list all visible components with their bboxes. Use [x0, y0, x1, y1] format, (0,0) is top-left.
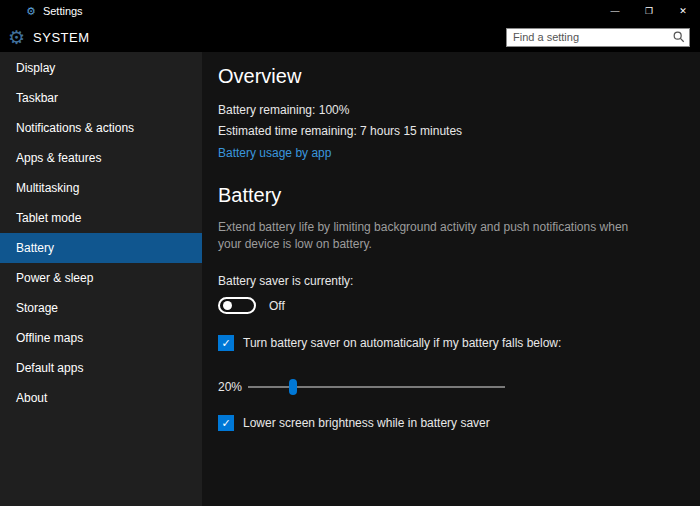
lower-brightness-label: Lower screen brightness while in battery…: [243, 416, 490, 430]
close-button[interactable]: ✕: [666, 0, 700, 22]
sidebar-item-offline-maps[interactable]: Offline maps: [0, 323, 202, 353]
settings-gear-icon: ⚙: [26, 6, 36, 17]
main-content: Overview Battery remaining: 100% Estimat…: [202, 52, 700, 506]
battery-usage-link[interactable]: Battery usage by app: [218, 146, 331, 160]
sidebar-item-tablet-mode[interactable]: Tablet mode: [0, 203, 202, 233]
sidebar: Display Taskbar Notifications & actions …: [0, 52, 202, 506]
sidebar-item-apps-features[interactable]: Apps & features: [0, 143, 202, 173]
page-title: SYSTEM: [33, 30, 89, 45]
maximize-button[interactable]: ❐: [632, 0, 666, 22]
settings-window: ⚙ Settings — ❐ ✕ ⚙ SYSTEM Display Taskba…: [0, 0, 700, 506]
estimated-time-text: Estimated time remaining: 7 hours 15 min…: [218, 124, 684, 138]
battery-heading: Battery: [218, 184, 684, 207]
sidebar-item-display[interactable]: Display: [0, 53, 202, 83]
search-box[interactable]: [506, 28, 690, 47]
battery-description: Extend battery life by limiting backgrou…: [218, 219, 650, 253]
lower-brightness-row: ✓ Lower screen brightness while in batte…: [218, 415, 684, 431]
threshold-slider-row: 20%: [218, 378, 684, 396]
auto-saver-row: ✓ Turn battery saver on automatically if…: [218, 335, 684, 351]
header: ⚙ SYSTEM: [0, 22, 700, 52]
sidebar-item-multitasking[interactable]: Multitasking: [0, 173, 202, 203]
sidebar-item-storage[interactable]: Storage: [0, 293, 202, 323]
sidebar-item-battery[interactable]: Battery: [0, 233, 202, 263]
slider-track[interactable]: [248, 386, 505, 388]
header-title-group: ⚙ SYSTEM: [8, 28, 90, 47]
app-body: Display Taskbar Notifications & actions …: [0, 52, 700, 506]
auto-saver-checkbox[interactable]: ✓: [218, 335, 234, 351]
battery-saver-label: Battery saver is currently:: [218, 274, 684, 288]
search-icon[interactable]: [672, 30, 686, 44]
system-gear-icon: ⚙: [8, 28, 25, 47]
battery-saver-state: Off: [269, 299, 285, 313]
threshold-value: 20%: [218, 380, 248, 394]
sidebar-item-default-apps[interactable]: Default apps: [0, 353, 202, 383]
titlebar-app-identity: ⚙ Settings: [0, 5, 83, 17]
lower-brightness-checkbox[interactable]: ✓: [218, 415, 234, 431]
battery-remaining-text: Battery remaining: 100%: [218, 103, 684, 117]
toggle-knob: [223, 301, 232, 310]
sidebar-item-taskbar[interactable]: Taskbar: [0, 83, 202, 113]
auto-saver-label: Turn battery saver on automatically if m…: [243, 336, 561, 350]
sidebar-item-about[interactable]: About: [0, 383, 202, 413]
window-title: Settings: [43, 5, 83, 17]
minimize-button[interactable]: —: [598, 0, 632, 22]
overview-heading: Overview: [218, 65, 684, 88]
slider-thumb[interactable]: [289, 379, 297, 395]
titlebar: ⚙ Settings — ❐ ✕: [0, 0, 700, 22]
battery-saver-toggle[interactable]: [218, 297, 256, 314]
search-input[interactable]: [507, 31, 672, 43]
battery-saver-toggle-row: Off: [218, 297, 684, 314]
battery-threshold-slider[interactable]: [248, 378, 505, 396]
sidebar-item-notifications[interactable]: Notifications & actions: [0, 113, 202, 143]
window-controls: — ❐ ✕: [598, 0, 700, 22]
sidebar-item-power-sleep[interactable]: Power & sleep: [0, 263, 202, 293]
